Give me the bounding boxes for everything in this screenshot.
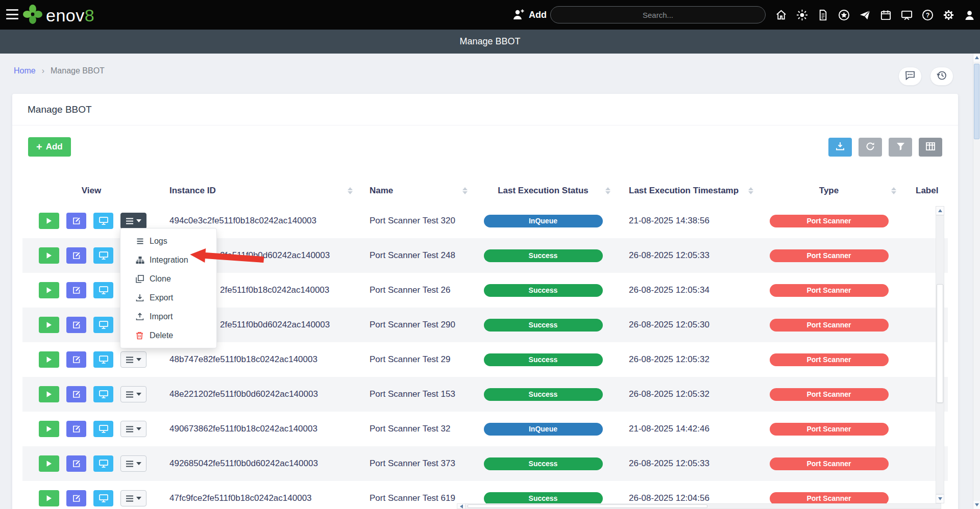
clone-icon: [136, 275, 145, 283]
edit-button[interactable]: [66, 351, 86, 368]
edit-button[interactable]: [66, 490, 86, 506]
status-cell: Success: [472, 238, 615, 273]
scroll-down-arrow[interactable]: [973, 501, 980, 509]
scrollbar-thumb[interactable]: [937, 284, 943, 403]
nav-add-button[interactable]: Add: [509, 0, 550, 30]
view-cell: [22, 481, 160, 509]
row-menu-toggle[interactable]: [120, 490, 146, 506]
row-menu-toggle[interactable]: [120, 351, 146, 368]
help-icon[interactable]: ?: [922, 9, 934, 21]
edit-button[interactable]: [66, 282, 86, 298]
view-cell: [22, 377, 160, 412]
run-button[interactable]: [39, 421, 59, 437]
run-button[interactable]: [39, 490, 59, 506]
run-button[interactable]: [39, 247, 59, 264]
timestamp-cell: 21-08-2025 14:42:46: [615, 412, 757, 446]
edit-button[interactable]: [66, 421, 86, 437]
brand-logo[interactable]: enov8: [22, 4, 94, 27]
scroll-down-arrow[interactable]: [936, 494, 944, 503]
edit-button[interactable]: [66, 247, 86, 264]
chevron-down-icon: [136, 462, 141, 465]
run-button[interactable]: [39, 351, 59, 368]
brightness-icon[interactable]: [796, 9, 808, 21]
monitor-button[interactable]: [93, 455, 113, 472]
column-header-timestamp[interactable]: Last Execution Timestamp: [615, 178, 757, 203]
breadcrumb-home-link[interactable]: Home: [14, 66, 36, 75]
run-button[interactable]: [39, 317, 59, 333]
status-cell: Success: [472, 273, 615, 308]
type-badge: Port Scanner: [770, 457, 889, 470]
add-user-icon: [512, 9, 525, 21]
status-cell: Success: [472, 342, 615, 377]
run-button[interactable]: [39, 213, 59, 229]
comments-button[interactable]: [898, 67, 922, 86]
menu-item-import[interactable]: Import: [120, 307, 216, 326]
run-button[interactable]: [39, 455, 59, 472]
menu-item-clone[interactable]: Clone: [120, 269, 216, 288]
monitor-button[interactable]: [93, 351, 113, 368]
star-badge-icon[interactable]: [838, 9, 850, 21]
name-cell: Port Scanner Test 32: [357, 412, 472, 446]
monitor-button[interactable]: [93, 421, 113, 437]
column-header-status[interactable]: Last Execution Status: [472, 178, 615, 203]
home-icon[interactable]: [775, 9, 787, 21]
send-icon[interactable]: [859, 9, 871, 21]
row-menu-toggle[interactable]: [120, 421, 146, 437]
monitor-button[interactable]: [93, 213, 113, 229]
edit-button[interactable]: [66, 317, 86, 333]
edit-button[interactable]: [66, 455, 86, 472]
download-icon: [836, 142, 845, 152]
row-menu-toggle[interactable]: [120, 213, 146, 229]
menu-item-export[interactable]: Export: [120, 288, 216, 307]
calendar-icon[interactable]: [880, 9, 892, 21]
presentation-icon[interactable]: [901, 9, 913, 21]
type-badge: Port Scanner: [770, 423, 889, 436]
hamburger-menu-icon[interactable]: [6, 9, 18, 19]
plus-icon: +: [36, 142, 42, 152]
column-header-type[interactable]: Type: [757, 178, 900, 203]
scroll-left-arrow[interactable]: [457, 504, 465, 508]
columns-button[interactable]: [919, 138, 942, 157]
monitor-button[interactable]: [93, 247, 113, 264]
history-button[interactable]: [930, 67, 953, 86]
download-button[interactable]: [828, 138, 852, 157]
column-header-instance-id[interactable]: Instance ID: [160, 178, 357, 203]
scroll-up-arrow[interactable]: [936, 206, 944, 215]
timestamp-cell: 21-08-2025 14:38:56: [615, 203, 757, 238]
menu-item-delete[interactable]: Delete: [120, 326, 216, 345]
search-input[interactable]: [550, 6, 766, 23]
monitor-button[interactable]: [93, 386, 113, 402]
table-row: 490673862fe511f0b18c0242ac140003Port Sca…: [22, 412, 948, 446]
card-header: Manage BBOT: [12, 94, 958, 125]
run-button[interactable]: [39, 282, 59, 298]
edit-button[interactable]: [66, 386, 86, 402]
browser-vertical-scrollbar: [973, 54, 980, 509]
column-header-name[interactable]: Name: [357, 178, 472, 203]
timestamp-cell: 26-08-2025 12:05:33: [615, 446, 757, 481]
row-menu-toggle[interactable]: [120, 386, 146, 402]
monitor-button[interactable]: [93, 317, 113, 333]
document-icon[interactable]: [817, 9, 829, 21]
refresh-button[interactable]: [859, 138, 882, 157]
scrollbar-thumb[interactable]: [468, 504, 707, 508]
user-icon[interactable]: [964, 9, 975, 21]
instance-id-cell: 492685042fe511f0b0d60242ac140003: [160, 446, 357, 481]
edit-button[interactable]: [66, 213, 86, 229]
status-badge: Success: [484, 353, 603, 366]
card-title: Manage BBOT: [28, 104, 92, 115]
scroll-up-arrow[interactable]: [973, 54, 980, 62]
sort-icon: [748, 187, 753, 194]
brand-name: enov8: [46, 6, 94, 26]
filter-button[interactable]: [889, 138, 912, 157]
instance-id-cell: 490673862fe511f0b18c0242ac140003: [160, 412, 357, 446]
settings-gear-icon[interactable]: [943, 9, 954, 21]
monitor-button[interactable]: [93, 282, 113, 298]
row-menu-toggle[interactable]: [120, 455, 146, 472]
timestamp-cell: 26-08-2025 12:05:33: [615, 238, 757, 273]
table-header: View Instance ID Name Last Execution Sta…: [22, 178, 948, 203]
scrollbar-thumb[interactable]: [974, 64, 979, 139]
instance-id-cell: 48e221202fe511f0b0d60242ac140003: [160, 377, 357, 412]
add-button[interactable]: + Add: [28, 137, 71, 157]
monitor-button[interactable]: [93, 490, 113, 506]
run-button[interactable]: [39, 386, 59, 402]
